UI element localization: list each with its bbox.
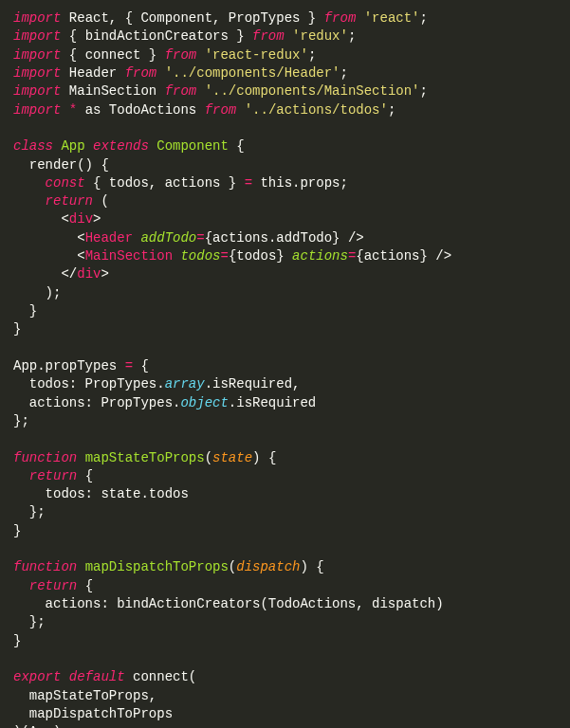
- code-snippet: import React, { Component, PropTypes } f…: [0, 0, 570, 728]
